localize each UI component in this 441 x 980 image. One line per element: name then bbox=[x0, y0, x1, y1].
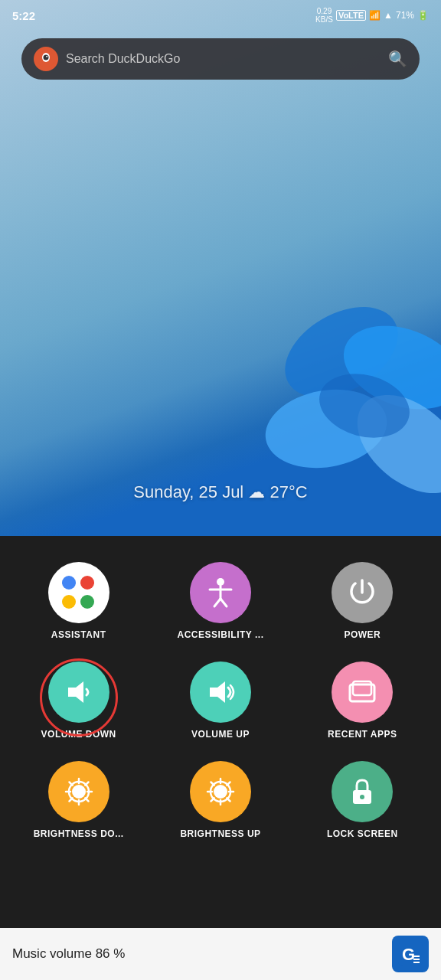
dot-red bbox=[80, 576, 94, 590]
lock-screen-icon-circle bbox=[332, 761, 393, 822]
svg-rect-45 bbox=[413, 962, 420, 963]
assistant-label: ASSISTANT bbox=[51, 629, 106, 640]
music-volume-text: Music volume 86 % bbox=[12, 946, 125, 962]
svg-rect-44 bbox=[413, 959, 420, 960]
search-bar[interactable]: Search DuckDuckGo 🔍 bbox=[21, 38, 420, 80]
brightness-up-icon-circle bbox=[190, 761, 251, 822]
volume-up-label: VOLUME UP bbox=[191, 729, 250, 740]
shortcut-brightness-down[interactable]: BRIGHTNESS DO... bbox=[8, 750, 149, 850]
date-weather: Sunday, 25 Jul ☁ 27°C bbox=[0, 482, 441, 502]
wifi-icon: 📶 bbox=[369, 10, 381, 21]
accessibility-icon bbox=[204, 576, 237, 609]
assistant-icon-circle bbox=[48, 562, 109, 623]
shortcut-power[interactable]: POWER bbox=[292, 551, 433, 651]
duckduckgo-icon bbox=[34, 47, 58, 71]
wallpaper-decoration bbox=[265, 291, 441, 505]
dot-blue bbox=[62, 576, 76, 590]
dot-green bbox=[80, 595, 94, 609]
shortcut-recent-apps[interactable]: RECENT APPS bbox=[292, 651, 433, 750]
volume-up-icon bbox=[204, 675, 237, 709]
accessibility-icon-circle bbox=[190, 562, 251, 623]
volte-icon: VoLTE bbox=[336, 10, 366, 21]
svg-text:G: G bbox=[402, 945, 415, 964]
brightness-down-icon bbox=[62, 775, 96, 808]
brightness-up-icon bbox=[204, 775, 237, 808]
accessibility-label: ACCESSIBILITY ... bbox=[178, 629, 264, 640]
power-icon bbox=[345, 576, 379, 609]
shortcut-accessibility[interactable]: ACCESSIBILITY ... bbox=[149, 551, 291, 651]
google-assistant-icon bbox=[62, 576, 96, 609]
svg-point-40 bbox=[360, 795, 364, 799]
shortcut-volume-up[interactable]: VOLUME UP bbox=[149, 651, 291, 750]
volume-up-icon-circle bbox=[190, 662, 251, 723]
recent-apps-label: RECENT APPS bbox=[328, 729, 397, 740]
bottom-panel: ASSISTANT ACCESSIBILITY ... bbox=[0, 536, 441, 980]
svg-point-3 bbox=[46, 56, 47, 57]
recent-apps-icon bbox=[345, 675, 379, 709]
volume-down-label: VOLUME DOWN bbox=[41, 729, 116, 740]
music-volume-bar: Music volume 86 % G bbox=[0, 928, 441, 980]
dot-yellow bbox=[62, 595, 76, 609]
brightness-up-label: BRIGHTNESS UP bbox=[180, 828, 260, 839]
shortcut-brightness-up[interactable]: BRIGHTNESS UP bbox=[149, 750, 291, 850]
shortcut-assistant[interactable]: ASSISTANT bbox=[8, 551, 149, 651]
shortcut-lock-screen[interactable]: LOCK SCREEN bbox=[292, 750, 433, 850]
shortcut-volume-down[interactable]: VOLUME DOWN bbox=[8, 651, 149, 750]
svg-line-12 bbox=[214, 599, 220, 606]
volume-down-icon bbox=[62, 675, 96, 709]
svg-marker-14 bbox=[68, 681, 83, 703]
status-bar: 5:22 0.29KB/S VoLTE 📶 ▲ 71% 🔋 bbox=[0, 0, 441, 31]
lock-icon bbox=[345, 775, 379, 808]
svg-point-29 bbox=[214, 785, 227, 799]
battery-percent: 71% bbox=[396, 10, 414, 21]
status-time: 5:22 bbox=[12, 9, 35, 22]
status-icons: 0.29KB/S VoLTE 📶 ▲ 71% 🔋 bbox=[315, 7, 429, 24]
power-icon-circle bbox=[332, 562, 393, 623]
svg-point-19 bbox=[72, 785, 86, 799]
recent-apps-icon-circle bbox=[332, 662, 393, 723]
search-input-placeholder: Search DuckDuckGo bbox=[66, 52, 381, 66]
search-icon: 🔍 bbox=[388, 50, 407, 68]
lock-screen-label: LOCK SCREEN bbox=[327, 828, 398, 839]
svg-rect-43 bbox=[413, 956, 420, 957]
svg-line-13 bbox=[220, 599, 227, 606]
volume-down-icon-circle bbox=[48, 662, 109, 723]
signal-icon: ▲ bbox=[384, 10, 393, 21]
logo-icon: G bbox=[398, 942, 423, 966]
svg-marker-16 bbox=[210, 681, 225, 703]
svg-point-2 bbox=[44, 55, 49, 60]
data-speed-label: 0.29KB/S bbox=[315, 7, 333, 24]
gadgets-to-use-logo: G bbox=[392, 936, 429, 972]
battery-icon: 🔋 bbox=[417, 10, 429, 21]
brightness-down-icon-circle bbox=[48, 761, 109, 822]
power-label: POWER bbox=[344, 629, 381, 640]
brightness-down-label: BRIGHTNESS DO... bbox=[34, 828, 124, 839]
wallpaper: 5:22 0.29KB/S VoLTE 📶 ▲ 71% 🔋 Search Duc… bbox=[0, 0, 441, 536]
shortcuts-grid: ASSISTANT ACCESSIBILITY ... bbox=[0, 536, 441, 858]
